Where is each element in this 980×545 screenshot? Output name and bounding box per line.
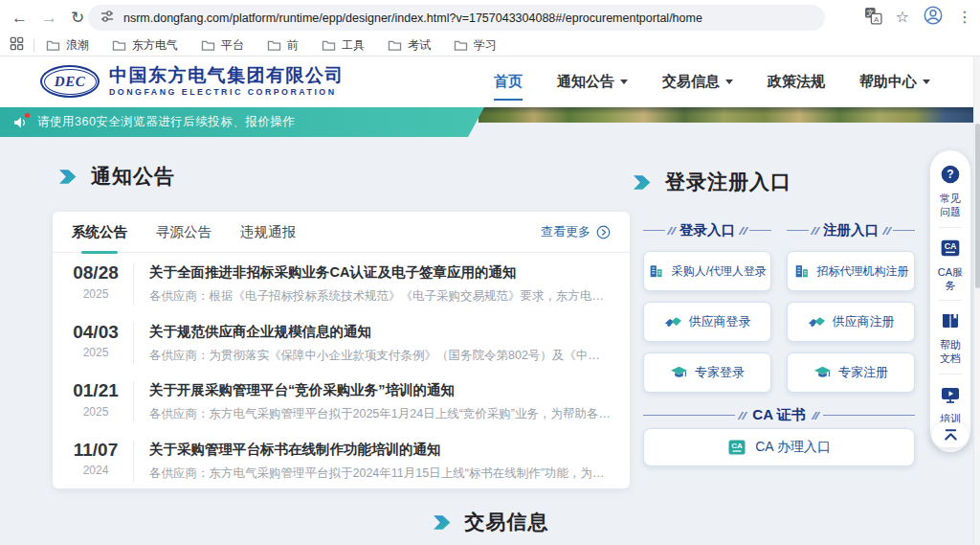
news-row[interactable]: 04/03 2025 关于规范供应商企业规模信息的通知 各供应商：为贯彻落实《保… <box>53 312 630 372</box>
banner-photo-strip <box>479 107 980 123</box>
notice-section-header: 通知公告 <box>57 163 175 190</box>
news-title[interactable]: 关于开展采购管理平台“竞价采购业务”培训的通知 <box>149 381 611 399</box>
main-nav: 首页 通知公告 交易信息 政策法规 帮助中心 <box>494 57 930 107</box>
bookmark-folder[interactable]: 考试 <box>388 37 431 54</box>
browser-nav-controls: ← → ↻ <box>0 10 84 26</box>
translate-icon[interactable]: 文A <box>864 7 882 29</box>
login-group-header: 登录入口 <box>643 221 771 239</box>
bookmark-folder[interactable]: 前 <box>267 37 299 54</box>
login-group-headers: 登录入口 注册入口 <box>643 221 915 239</box>
back-to-top-button[interactable] <box>932 422 969 447</box>
view-more-link[interactable]: 查看更多 <box>541 223 611 240</box>
scrollbar-thumb[interactable] <box>975 124 980 288</box>
nav-item-home[interactable]: 首页 <box>494 57 523 107</box>
company-logo[interactable]: DEC 中国东方电气集团有限公司 DONGFANG ELECTRIC CORPO… <box>40 65 345 98</box>
news-row[interactable]: 08/28 2025 关于全面推进非招标采购业务CA认证及电子签章应用的通知 各… <box>53 253 630 312</box>
news-title[interactable]: 关于采购管理平台标书在线制作功能培训的通知 <box>149 441 611 459</box>
url-text[interactable]: nsrm.dongfang.com/platform/runtime/epp/d… <box>123 11 702 25</box>
news-summary: 各供应商：为贯彻落实《保障中小企业款项支付条例》（国务院令第802号）及《中小企… <box>149 348 611 364</box>
agency-register-button[interactable]: 招标代理机构注册 <box>787 251 915 291</box>
reload-icon[interactable]: ↻ <box>71 10 84 26</box>
register-group-header: 注册入口 <box>787 221 915 239</box>
section-arrow-icon <box>632 172 652 193</box>
news-row[interactable]: 01/21 2025 关于开展采购管理平台“竞价采购业务”培训的通知 各供应商：… <box>53 371 630 430</box>
ca-apply-button[interactable]: CA CA 办理入口 <box>643 428 915 466</box>
supplier-login-button[interactable]: 供应商登录 <box>643 302 771 342</box>
folder-icon <box>202 41 213 50</box>
nav-item-notices[interactable]: 通知公告 <box>557 57 628 107</box>
menu-dots-icon[interactable]: ⋮ <box>957 10 972 25</box>
login-button-grid: 采购人/代理人登录 招标代理机构注册 供应商登录 供应商注册 专家登录 专家注册 <box>643 251 915 393</box>
handshake-icon <box>808 313 826 331</box>
tab-sourcing-notices[interactable]: 寻源公告 <box>156 212 212 253</box>
graduation-cap-icon <box>670 364 688 382</box>
notice-tabs: 系统公告 寻源公告 违规通报 查看更多 <box>53 212 630 253</box>
announcement-ribbon: 请使用360安全浏览器进行后续投标、报价操作 <box>0 107 484 137</box>
apps-grid-icon[interactable] <box>10 36 24 55</box>
chevron-down-icon <box>725 79 733 84</box>
quick-sidebar: ? 常见问题 CA CA服务 帮助文档 培训视频 <box>930 150 970 452</box>
purchaser-login-button[interactable]: 采购人/代理人登录 <box>643 251 771 291</box>
notification-dot <box>25 113 30 118</box>
divider <box>939 374 962 375</box>
bookmark-folder[interactable]: 工具 <box>322 37 365 54</box>
chevron-down-icon <box>620 79 628 84</box>
sidebar-item-ca-service[interactable]: CA CA服务 <box>930 234 970 301</box>
news-title[interactable]: 关于全面推进非招标采购业务CA认证及电子签章应用的通知 <box>149 263 611 282</box>
trade-section-title: 交易信息 <box>465 509 549 535</box>
bookmarks-bar: 浪潮 东方电气 平台 前 工具 考试 学习 <box>0 34 980 57</box>
news-date: 11/07 2024 <box>66 441 125 478</box>
back-icon[interactable]: ← <box>11 10 28 26</box>
speaker-icon <box>12 115 28 130</box>
sidebar-item-faq[interactable]: ? 常见问题 <box>930 160 970 227</box>
news-date: 08/28 2025 <box>66 263 125 301</box>
expert-login-button[interactable]: 专家登录 <box>643 352 771 393</box>
news-date: 04/03 2025 <box>66 323 125 360</box>
graduation-cap-icon <box>813 364 832 382</box>
divider <box>939 300 962 301</box>
building-icon <box>793 262 811 280</box>
url-bar[interactable]: nsrm.dongfang.com/platform/runtime/epp/d… <box>88 5 825 31</box>
tune-icon[interactable] <box>100 9 115 28</box>
divider <box>939 227 962 228</box>
supplier-register-button[interactable]: 供应商注册 <box>787 302 915 342</box>
bookmark-folder[interactable]: 浪潮 <box>46 37 89 54</box>
svg-text:A: A <box>874 14 880 23</box>
nav-item-policies[interactable]: 政策法规 <box>768 57 825 107</box>
forward-icon[interactable]: → <box>41 10 57 26</box>
svg-text:CA: CA <box>945 241 957 251</box>
company-name-en: DONGFANG ELECTRIC CORPORATION <box>109 88 345 97</box>
svg-text:CA: CA <box>731 442 743 450</box>
handshake-icon <box>664 313 682 331</box>
browser-toolbar: ← → ↻ nsrm.dongfang.com/platform/runtime… <box>0 0 980 34</box>
news-summary: 各供应商：东方电气采购管理平台拟于2024年11月15日上线“标书在线制作”功能… <box>149 466 611 482</box>
section-arrow-icon <box>432 512 452 533</box>
folder-icon <box>455 41 466 50</box>
news-title[interactable]: 关于规范供应商企业规模信息的通知 <box>149 323 611 341</box>
screen: ← → ↻ nsrm.dongfang.com/platform/runtime… <box>0 0 980 545</box>
building-icon <box>648 262 665 280</box>
bookmark-star-icon[interactable]: ☆ <box>896 10 909 25</box>
tab-system-notices[interactable]: 系统公告 <box>72 212 127 253</box>
login-section-title: 登录注册入口 <box>665 169 791 195</box>
news-date: 01/21 2025 <box>66 381 125 419</box>
bookmark-folder[interactable]: 学习 <box>454 37 497 54</box>
folder-icon <box>268 41 279 50</box>
sidebar-item-help-docs[interactable]: 帮助文档 <box>930 307 970 374</box>
folder-icon <box>389 41 400 50</box>
ca-badge-icon: CA <box>940 238 961 259</box>
question-icon: ? <box>940 164 961 185</box>
tab-violation-reports[interactable]: 违规通报 <box>240 212 296 253</box>
expert-register-button[interactable]: 专家注册 <box>787 352 915 393</box>
nav-item-trade-info[interactable]: 交易信息 <box>662 57 733 107</box>
bookmark-folder[interactable]: 东方电气 <box>112 37 178 54</box>
browser-actions: 文A ☆ ⋮ <box>864 0 972 34</box>
news-row[interactable]: 11/07 2024 关于采购管理平台标书在线制作功能培训的通知 各供应商：东方… <box>53 430 630 489</box>
nav-item-help-center[interactable]: 帮助中心 <box>859 57 930 107</box>
trade-section-header: 交易信息 <box>0 509 980 535</box>
bookmark-folder[interactable]: 平台 <box>201 37 244 54</box>
svg-text:?: ? <box>947 168 953 181</box>
profile-icon[interactable] <box>923 5 944 30</box>
book-icon <box>940 310 961 331</box>
page-scrollbar[interactable] <box>973 57 980 545</box>
